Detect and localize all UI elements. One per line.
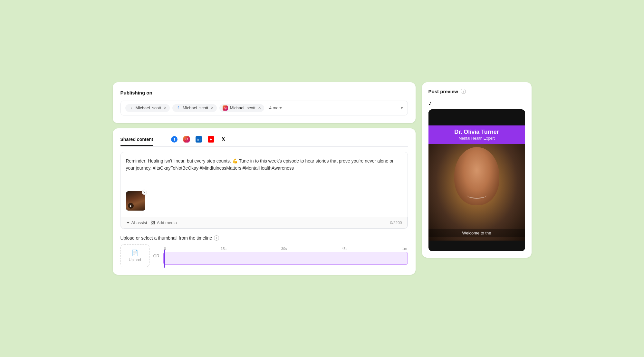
preview-name-banner: Dr. Olivia Turner Mental Health Expert bbox=[428, 125, 525, 144]
instagram-icon: ◎ bbox=[223, 105, 228, 111]
preview-image: Dr. Olivia Turner Mental Health Expert W… bbox=[428, 109, 525, 251]
add-media-button[interactable]: 🖼 Add media bbox=[151, 220, 177, 225]
tab-tiktok[interactable]: ♪ bbox=[159, 136, 165, 146]
ai-assist-icon: ✦ bbox=[126, 220, 130, 225]
or-label: OR bbox=[153, 253, 160, 258]
tick-45s: 45s bbox=[341, 247, 347, 251]
tick-1m: 1m bbox=[402, 247, 407, 251]
face-oval bbox=[454, 147, 499, 205]
thumbnail-section: Upload or select a thumbnail from the ti… bbox=[120, 235, 408, 267]
media-thumbnail: ▶ bbox=[126, 191, 145, 211]
tab-linkedin-icon: in bbox=[196, 136, 202, 143]
preview-title: Post preview bbox=[428, 89, 458, 94]
textarea-action-bar: ✦ AI assist 🖼 Add media 0/2200 bbox=[121, 217, 408, 229]
upload-box[interactable]: 📄 Upload bbox=[120, 244, 149, 267]
tab-youtube[interactable]: ▶ bbox=[208, 136, 214, 146]
publishing-title: Publishing on bbox=[120, 90, 408, 95]
preview-caption: Welcome to the bbox=[428, 229, 525, 237]
tab-shared-content[interactable]: Shared content bbox=[120, 137, 153, 146]
tag-tiktok-name: Michael_scott bbox=[136, 105, 161, 110]
publishing-tags-container: ♪ Michael_scott ✕ f Michael_scott ✕ ◎ Mi… bbox=[120, 101, 408, 115]
preview-face-area: Welcome to the bbox=[428, 144, 525, 241]
tab-x-icon: 𝕏 bbox=[220, 136, 226, 143]
post-editor: ▶ ✕ ✦ AI assist 🖼 Add media bbox=[120, 152, 408, 229]
content-card: Shared content ♪ f ⊙ bbox=[113, 128, 416, 275]
remove-media-button[interactable]: ✕ bbox=[142, 190, 147, 195]
media-play-button[interactable]: ▶ bbox=[128, 203, 134, 209]
publishing-card: Publishing on ♪ Michael_scott ✕ f Michae… bbox=[113, 82, 416, 123]
publishing-dropdown-arrow[interactable]: ▾ bbox=[401, 105, 403, 110]
tab-x[interactable]: 𝕏 bbox=[220, 136, 226, 146]
tab-instagram[interactable]: ⊙ bbox=[183, 136, 190, 146]
timeline-scrubber[interactable] bbox=[164, 250, 165, 268]
tick-30s: 30s bbox=[281, 247, 287, 251]
tab-linkedin[interactable]: in bbox=[196, 136, 202, 146]
remove-instagram-tag[interactable]: ✕ bbox=[258, 106, 261, 110]
more-tags-badge[interactable]: +4 more bbox=[267, 105, 282, 110]
media-thumbnail-wrap: ▶ ✕ bbox=[126, 191, 145, 211]
upload-icon: 📄 bbox=[131, 249, 139, 256]
timeline-track-wrap: 0 15s 30s 45s 1m bbox=[163, 247, 408, 265]
facebook-icon: f bbox=[176, 105, 181, 111]
thumbnail-label-text: Upload or select a thumbnail from the ti… bbox=[120, 235, 212, 241]
tab-tiktok-icon: ♪ bbox=[159, 136, 165, 143]
tag-facebook[interactable]: f Michael_scott ✕ bbox=[172, 104, 217, 112]
preview-platform-badge: ♪ bbox=[428, 99, 525, 107]
ai-assist-label: AI assist bbox=[131, 220, 147, 225]
preview-title-row: Post preview i bbox=[428, 89, 525, 94]
thumbnail-info-icon[interactable]: i bbox=[214, 235, 219, 241]
left-panel: Publishing on ♪ Michael_scott ✕ f Michae… bbox=[113, 82, 416, 275]
ai-assist-button[interactable]: ✦ AI assist bbox=[126, 220, 147, 225]
tab-instagram-icon: ⊙ bbox=[183, 136, 190, 143]
tiktok-preview-icon: ♪ bbox=[428, 99, 432, 106]
content-tabs-row: Shared content ♪ f ⊙ bbox=[120, 136, 408, 147]
remove-facebook-tag[interactable]: ✕ bbox=[211, 106, 214, 110]
tag-tiktok[interactable]: ♪ Michael_scott ✕ bbox=[125, 104, 170, 112]
preview-info-icon[interactable]: i bbox=[461, 89, 466, 94]
remove-tiktok-tag[interactable]: ✕ bbox=[164, 106, 167, 110]
post-editor-inner: ▶ ✕ bbox=[121, 152, 408, 217]
tab-shared-label: Shared content bbox=[120, 137, 153, 142]
timeline-ticks: 0 15s 30s 45s 1m bbox=[163, 247, 408, 251]
add-media-label: Add media bbox=[157, 220, 177, 225]
tab-facebook[interactable]: f bbox=[171, 136, 178, 146]
timeline-track[interactable] bbox=[163, 252, 408, 265]
preview-person-subtitle: Mental Health Expert bbox=[434, 136, 520, 141]
add-media-icon: 🖼 bbox=[151, 220, 155, 225]
tab-youtube-icon: ▶ bbox=[208, 136, 214, 143]
tiktok-icon: ♪ bbox=[129, 105, 134, 111]
right-panel: Post preview i ♪ Dr. Olivia Turner Menta… bbox=[422, 82, 532, 275]
thumbnail-label-row: Upload or select a thumbnail from the ti… bbox=[120, 235, 408, 241]
tick-15s: 15s bbox=[221, 247, 226, 251]
tag-instagram[interactable]: ◎ Michael_scott ✕ bbox=[219, 104, 264, 112]
preview-card: Post preview i ♪ Dr. Olivia Turner Menta… bbox=[422, 82, 532, 258]
action-buttons: ✦ AI assist 🖼 Add media bbox=[126, 220, 177, 225]
upload-label: Upload bbox=[129, 258, 141, 262]
post-text-input[interactable] bbox=[126, 157, 402, 186]
timeline-row: 📄 Upload OR 0 15s 30s 45s 1m bbox=[120, 244, 408, 267]
char-counter: 0/2200 bbox=[390, 221, 402, 225]
tab-facebook-icon: f bbox=[171, 136, 178, 143]
preview-image-wrap: Dr. Olivia Turner Mental Health Expert W… bbox=[428, 109, 525, 251]
tag-instagram-name: Michael_scott bbox=[230, 105, 255, 110]
tag-facebook-name: Michael_scott bbox=[183, 105, 208, 110]
preview-top-dark bbox=[428, 109, 525, 125]
preview-person-name: Dr. Olivia Turner bbox=[434, 129, 520, 135]
